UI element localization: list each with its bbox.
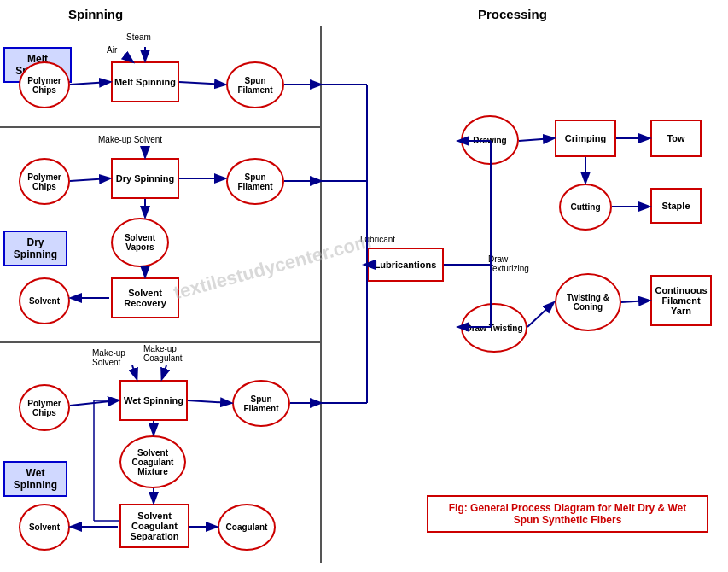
wet-makeup-coagulant-label: Make-upCoagulant [143, 344, 183, 363]
wet-polymer-chips: PolymerChips [19, 384, 70, 431]
continuous-filament-yarn-box: Continuous Filament Yarn [650, 275, 712, 326]
lubricantions-box: Lubricantions [367, 248, 444, 282]
svg-line-0 [70, 82, 109, 85]
melt-spun-filament: SpunFilament [226, 61, 284, 108]
dry-spinning-box: Dry Spinning [111, 158, 179, 199]
wet-spinning-label: Wet Spinning [3, 461, 67, 497]
dry-polymer-chips: PolymerChips [19, 158, 70, 205]
svg-line-41 [621, 301, 649, 302]
dry-solvent: Solvent [19, 277, 70, 324]
divider-melt-dry [0, 126, 320, 128]
solvent-recovery-box: Solvent Recovery [111, 277, 179, 318]
fig-caption: Fig: General Process Diagram for Melt Dr… [427, 495, 708, 533]
wet-spinning-box: Wet Spinning [119, 380, 188, 421]
draw-twisting: Draw Twisting [461, 303, 527, 353]
svg-line-15 [188, 400, 230, 403]
svg-line-2 [124, 55, 132, 61]
solvent-coagulant-separation-box: SolventCoagulantSeparation [119, 504, 189, 548]
arrows-svg [0, 0, 728, 572]
cutting: Cutting [559, 184, 612, 231]
watermark: textilestudycenter.com [172, 231, 374, 305]
spinning-title: Spinning [68, 7, 123, 21]
wet-solvent: Solvent [19, 504, 70, 551]
svg-line-12 [70, 400, 118, 406]
svg-line-14 [162, 365, 166, 378]
crimping-box: Crimping [555, 120, 616, 157]
draw-texturizing-label: DrawTexturizing [488, 254, 529, 273]
main-divider [320, 26, 322, 563]
svg-line-13 [132, 365, 137, 378]
svg-line-3 [179, 82, 224, 85]
solvent-vapors: SolventVapors [111, 218, 169, 267]
steam-label: Steam [126, 32, 151, 42]
twisting-coning: Twisting & Coning [555, 273, 621, 331]
divider-dry-wet [0, 341, 320, 343]
tow-box: Tow [650, 120, 702, 157]
air-label: Air [107, 45, 117, 55]
svg-line-5 [70, 178, 109, 181]
processing-title: Processing [478, 7, 547, 21]
melt-spinning-box: Melt Spinning [111, 61, 179, 102]
drawing: Drawing [461, 115, 519, 165]
coagulant: Coagulant [218, 504, 276, 551]
makeup-solvent-label: Make-up Solvent [98, 135, 162, 144]
solvent-coagulant-mixture: SolventCoagulantMixture [119, 435, 186, 488]
wet-makeup-solvent-label: Make-upSolvent [92, 348, 125, 367]
lubricant-label: Lubricant [360, 235, 395, 244]
wet-spun-filament: SpunFilament [232, 380, 290, 427]
diagram-container: Spinning Processing Melt Spinning Polyme… [0, 0, 728, 572]
svg-line-40 [527, 303, 553, 327]
staple-box: Staple [650, 188, 702, 224]
svg-line-36 [519, 138, 553, 141]
dry-spinning-label: Dry Spinning [3, 231, 67, 266]
dry-spun-filament: SpunFilament [226, 158, 284, 205]
melt-polymer-chips: PolymerChips [19, 61, 70, 108]
